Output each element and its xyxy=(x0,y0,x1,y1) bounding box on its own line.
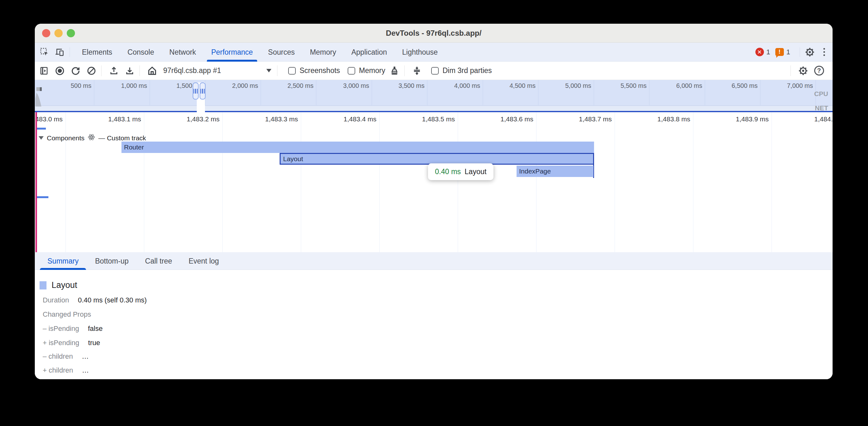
divider xyxy=(404,65,405,76)
summary-label: + isPending xyxy=(43,339,80,347)
ruler-tick: 1,484.0 ms xyxy=(814,116,833,123)
track-subtitle: — Custom track xyxy=(98,134,146,142)
ruler-tick: 1,483.0 ms xyxy=(35,116,63,123)
load-profile-icon[interactable] xyxy=(107,64,121,77)
ruler-tick: 1,483.8 ms xyxy=(657,116,690,123)
track-title: Components xyxy=(47,134,85,142)
summary-row-duration: Duration 0.40 ms (self 0.30 ms) xyxy=(43,296,147,304)
show-sidebar-icon[interactable] xyxy=(37,64,51,77)
summary-panel: Layout Duration 0.40 ms (self 0.30 ms) C… xyxy=(35,270,833,379)
checkbox-box[interactable] xyxy=(348,67,355,74)
react-atom-icon xyxy=(88,133,95,142)
flame-event-router[interactable]: Router xyxy=(121,141,594,153)
tooltip-duration: 0.40 ms xyxy=(435,167,461,176)
checkbox-box[interactable] xyxy=(288,67,296,74)
ruler-tick: 1,483.7 ms xyxy=(579,116,612,123)
dim-3rd-parties-label: Dim 3rd parties xyxy=(442,66,492,75)
live-metrics-home-icon[interactable] xyxy=(146,64,159,77)
record-and-reload-icon[interactable] xyxy=(69,64,82,77)
summary-label: – children xyxy=(43,352,73,361)
device-toolbar-icon[interactable] xyxy=(54,47,65,58)
error-count[interactable]: 1 xyxy=(767,48,770,56)
profile-history-value: 97r6ql.csb.app #1 xyxy=(163,66,221,75)
window-title: DevTools - 97r6ql.csb.app/ xyxy=(35,24,833,43)
tab-sources[interactable]: Sources xyxy=(260,43,302,62)
event-color-swatch xyxy=(39,281,46,290)
tab-application[interactable]: Application xyxy=(344,43,395,62)
screenshots-checkbox[interactable]: Screenshots xyxy=(288,66,340,75)
error-icon[interactable]: ✕ xyxy=(755,48,764,56)
flame-event-layout[interactable]: Layout xyxy=(280,153,594,165)
ruler-tick: 1,483.3 ms xyxy=(265,116,298,123)
save-profile-icon[interactable] xyxy=(123,64,136,77)
flame-event-indexpage[interactable]: IndexPage xyxy=(517,166,593,177)
warning-count[interactable]: 1 xyxy=(786,48,790,56)
summary-label: Duration xyxy=(43,296,69,304)
tab-elements[interactable]: Elements xyxy=(74,43,120,62)
overview-tick: 2,500 ms xyxy=(287,82,313,90)
tab-console[interactable]: Console xyxy=(120,43,162,62)
dim-3rd-parties-checkbox[interactable]: Dim 3rd parties xyxy=(431,66,492,75)
components-track-header[interactable]: Components — Custom track xyxy=(39,133,146,142)
tab-network[interactable]: Network xyxy=(162,43,204,62)
summary-value: … xyxy=(82,366,89,374)
record-icon[interactable] xyxy=(53,64,66,77)
summary-row-ispending-new: + isPending true xyxy=(43,339,100,347)
tab-bottom-up[interactable]: Bottom-up xyxy=(87,252,137,270)
overview-tick: 6,500 ms xyxy=(732,82,757,90)
overview-tick: 6,000 ms xyxy=(676,82,702,90)
tab-performance[interactable]: Performance xyxy=(204,43,261,62)
summary-title: Layout xyxy=(52,280,77,290)
capture-settings-gear-icon[interactable] xyxy=(797,64,810,77)
summary-value: false xyxy=(88,325,102,333)
range-handle-left[interactable] xyxy=(193,83,199,100)
divider xyxy=(140,65,140,76)
compress-tracks-icon[interactable] xyxy=(410,64,424,77)
overview-tick: 7,000 ms xyxy=(787,82,813,90)
checkbox-box[interactable] xyxy=(431,67,439,74)
divider xyxy=(790,65,791,76)
collect-garbage-icon[interactable] xyxy=(388,64,401,77)
flame-chart-area[interactable]: Components — Custom track Router Layout … xyxy=(35,126,833,252)
title-bar: DevTools - 97r6ql.csb.app/ xyxy=(35,24,833,43)
performance-tooltip: 0.40 ms Layout xyxy=(428,163,493,180)
track-mini-bar xyxy=(35,196,49,198)
collapse-triangle-icon[interactable] xyxy=(39,136,44,140)
help-icon[interactable]: ? xyxy=(812,64,826,77)
ruler-tick: 1,483.5 ms xyxy=(422,116,455,123)
tooltip-event-name: Layout xyxy=(465,167,487,176)
tab-summary[interactable]: Summary xyxy=(39,252,87,270)
details-tab-bar: Summary Bottom-up Call tree Event log xyxy=(35,252,833,270)
timeline-overview[interactable]: 500 ms 1,000 ms 1,500 ms 2,000 ms 2,500 … xyxy=(35,80,833,111)
summary-row-ispending-old: – isPending false xyxy=(43,325,102,333)
summary-label: + children xyxy=(43,366,73,374)
summary-value: … xyxy=(82,352,89,361)
memory-checkbox[interactable]: Memory xyxy=(348,66,385,75)
divider xyxy=(277,65,277,76)
summary-label: – isPending xyxy=(43,325,79,333)
divider xyxy=(800,47,800,57)
range-handle-right[interactable] xyxy=(199,83,206,100)
overview-tick: 1,000 ms xyxy=(121,82,147,90)
performance-toolbar: 97r6ql.csb.app #1 Screenshots Memory xyxy=(35,62,833,80)
devtools-window: DevTools - 97r6ql.csb.app/ Elements Cons… xyxy=(35,24,833,379)
tab-lighthouse[interactable]: Lighthouse xyxy=(395,43,445,62)
more-options-menu-icon[interactable] xyxy=(822,47,826,57)
settings-gear-icon[interactable] xyxy=(804,47,815,58)
overview-tick: 4,500 ms xyxy=(509,82,535,90)
ruler-tick: 1,483.4 ms xyxy=(344,116,376,123)
screenshot-thumbnail xyxy=(36,87,42,91)
warning-icon[interactable]: ! xyxy=(775,48,784,56)
ruler-tick: 1,483.2 ms xyxy=(187,116,220,123)
screenshots-label: Screenshots xyxy=(300,66,340,75)
ruler-tick: 1,483.6 ms xyxy=(500,116,533,123)
profile-history-select[interactable]: 97r6ql.csb.app #1 xyxy=(163,66,274,75)
overview-tick: 5,500 ms xyxy=(621,82,647,90)
clear-icon[interactable] xyxy=(85,64,98,77)
overview-tick: 500 ms xyxy=(70,82,91,90)
tab-call-tree[interactable]: Call tree xyxy=(137,252,181,270)
tab-memory[interactable]: Memory xyxy=(302,43,344,62)
chevron-down-icon xyxy=(266,69,271,72)
tab-event-log[interactable]: Event log xyxy=(180,252,227,270)
inspect-element-icon[interactable] xyxy=(39,47,50,58)
